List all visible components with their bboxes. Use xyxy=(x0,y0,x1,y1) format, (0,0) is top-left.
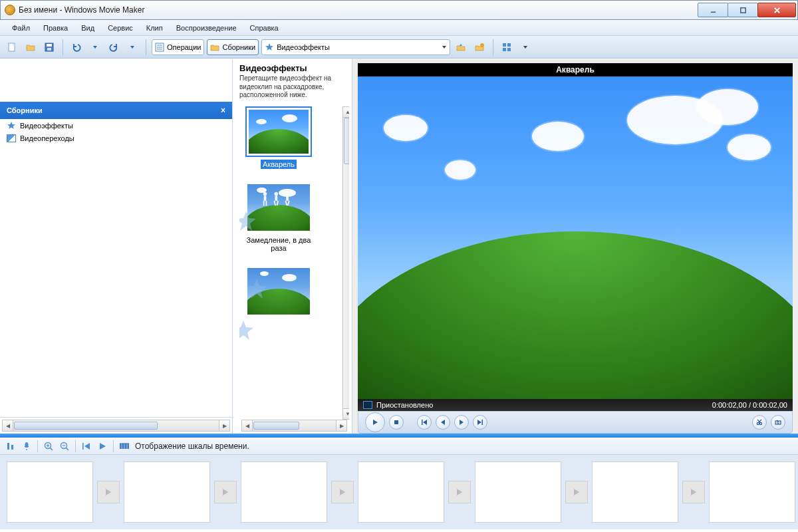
redo-button[interactable] xyxy=(106,39,122,55)
storyboard xyxy=(0,455,798,529)
play-button[interactable] xyxy=(365,412,385,432)
play-timeline-icon[interactable] xyxy=(97,441,108,452)
narrate-icon[interactable] xyxy=(21,441,32,452)
storyboard-transition[interactable] xyxy=(565,481,588,503)
zoom-in-icon[interactable] xyxy=(43,441,54,452)
fullscreen-icon[interactable] xyxy=(363,401,372,409)
split-button[interactable] xyxy=(752,415,767,430)
redo-dropdown[interactable] xyxy=(124,39,140,55)
menu-clip[interactable]: Клип xyxy=(140,21,170,35)
open-button[interactable] xyxy=(23,39,39,55)
storyboard-clip[interactable] xyxy=(358,462,444,523)
effects-title: Видеоэффекты xyxy=(239,63,349,73)
save-button[interactable] xyxy=(41,39,57,55)
zoom-out-icon[interactable] xyxy=(59,441,70,452)
storyboard-clip[interactable] xyxy=(709,462,795,523)
storyboard-clip[interactable] xyxy=(241,462,327,523)
effect-item-watercolor[interactable]: Акварель xyxy=(239,106,318,169)
scroll-right-icon[interactable]: ▶ xyxy=(336,420,346,431)
menu-edit[interactable]: Правка xyxy=(37,21,74,35)
sidebar-close-icon[interactable]: × xyxy=(221,106,225,115)
scroll-left-icon[interactable]: ◀ xyxy=(3,420,13,431)
prev-clip-button[interactable] xyxy=(417,415,432,430)
storyboard-clip[interactable] xyxy=(592,462,678,523)
undo-dropdown[interactable] xyxy=(87,39,103,55)
toolbar-sep xyxy=(493,39,493,55)
playback-status: Приостановлено xyxy=(376,401,433,409)
transition-icon xyxy=(7,134,16,142)
rewind-icon[interactable] xyxy=(81,441,92,452)
storyboard-transition[interactable] xyxy=(682,481,705,503)
effects-desc: Перетащите видеоэффект на видеоклип на р… xyxy=(239,74,349,100)
effects-list: ▲ ▼ Акварель xyxy=(239,106,349,420)
new-folder-button[interactable] xyxy=(471,39,487,55)
undo-button[interactable] xyxy=(68,39,84,55)
preview-status-bar: Приостановлено 0:00:02,00 / 0:00:02,00 xyxy=(358,399,793,411)
svg-rect-14 xyxy=(507,43,511,47)
svg-line-42 xyxy=(51,448,53,450)
storyboard-transition[interactable] xyxy=(331,481,354,503)
operations-button[interactable]: Операции xyxy=(152,39,204,55)
view-button[interactable] xyxy=(499,39,515,55)
scroll-thumb[interactable] xyxy=(253,422,299,430)
player-controls xyxy=(358,411,793,434)
mid-h-scrollbar[interactable]: ◀ ▶ xyxy=(241,420,347,432)
stop-button[interactable] xyxy=(389,415,404,430)
svg-rect-27 xyxy=(285,201,287,206)
svg-rect-20 xyxy=(265,201,267,205)
left-panel: Сборники × Видеоэффекты Видеопереходы ◀ … xyxy=(0,59,233,434)
svg-rect-13 xyxy=(503,43,506,47)
next-clip-button[interactable] xyxy=(473,415,487,430)
storyboard-transition[interactable] xyxy=(214,481,237,503)
scroll-up-icon[interactable]: ▲ xyxy=(343,107,349,118)
scroll-thumb[interactable] xyxy=(14,422,158,430)
window-title: Без имени - Windows Movie Maker xyxy=(19,5,698,15)
left-scrollbar[interactable]: ◀ ▶ xyxy=(2,420,230,432)
svg-rect-24 xyxy=(277,201,279,206)
next-frame-button[interactable] xyxy=(454,415,469,430)
timeline-label: Отображение шкалы времени. xyxy=(135,442,249,451)
effect-label: Акварель xyxy=(261,160,297,169)
svg-rect-28 xyxy=(287,201,290,206)
new-button[interactable] xyxy=(4,39,20,55)
scroll-down-icon[interactable]: ▼ xyxy=(343,408,349,419)
sidebar-item-video-effects[interactable]: Видеоэффекты xyxy=(0,119,232,132)
effects-dropdown[interactable]: Видеоэффекты xyxy=(261,39,450,55)
preview-title: Акварель xyxy=(358,63,793,76)
storyboard-clip[interactable] xyxy=(124,462,210,523)
svg-point-17 xyxy=(263,192,267,196)
operations-label: Операции xyxy=(167,43,201,51)
prev-frame-button[interactable] xyxy=(436,415,450,430)
left-spacer xyxy=(0,59,232,102)
collections-label: Сборники xyxy=(222,43,255,51)
storyboard-clip[interactable] xyxy=(7,462,93,523)
show-timeline-icon[interactable] xyxy=(119,441,130,452)
snapshot-button[interactable] xyxy=(771,415,785,430)
scroll-left-icon[interactable]: ◀ xyxy=(242,420,253,431)
minimize-button[interactable] xyxy=(698,3,728,17)
titlebar: Без имени - Windows Movie Maker xyxy=(0,0,798,20)
svg-point-12 xyxy=(480,43,484,47)
audio-levels-icon[interactable] xyxy=(5,441,16,452)
menu-file[interactable]: Файл xyxy=(5,21,37,35)
storyboard-transition[interactable] xyxy=(97,481,120,503)
svg-rect-37 xyxy=(7,443,9,450)
menu-tools[interactable]: Сервис xyxy=(101,21,140,35)
menu-playback[interactable]: Воспроизведение xyxy=(170,21,243,35)
maximize-button[interactable] xyxy=(728,3,758,17)
svg-rect-15 xyxy=(503,48,506,51)
up-folder-button[interactable] xyxy=(453,39,469,55)
sidebar-item-video-transitions[interactable]: Видеопереходы xyxy=(0,132,232,144)
scroll-thumb[interactable] xyxy=(344,118,349,164)
preview-wrap: Акварель Приостановлено 0:00:02,00 / 0:0… xyxy=(358,63,793,411)
svg-line-46 xyxy=(66,448,69,450)
menu-view[interactable]: Вид xyxy=(74,21,101,35)
storyboard-transition[interactable] xyxy=(448,481,471,503)
effects-scrollbar[interactable]: ▲ ▼ xyxy=(342,106,349,420)
view-dropdown[interactable] xyxy=(517,39,533,55)
scroll-right-icon[interactable]: ▶ xyxy=(219,420,229,431)
close-button[interactable] xyxy=(757,3,796,17)
menu-help[interactable]: Справка xyxy=(243,21,285,35)
collections-button[interactable]: Сборники xyxy=(207,39,259,55)
storyboard-clip[interactable] xyxy=(475,462,561,523)
